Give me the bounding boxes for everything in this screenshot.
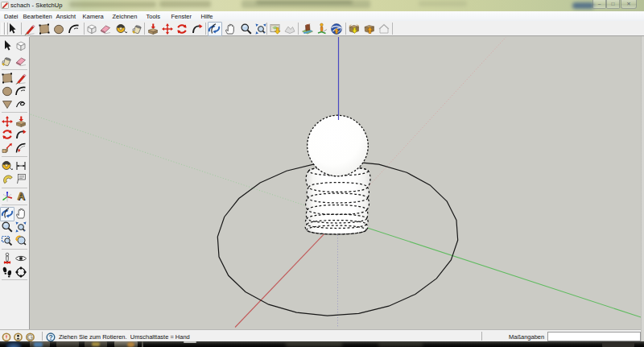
svg-text:?: ? [48,333,52,341]
